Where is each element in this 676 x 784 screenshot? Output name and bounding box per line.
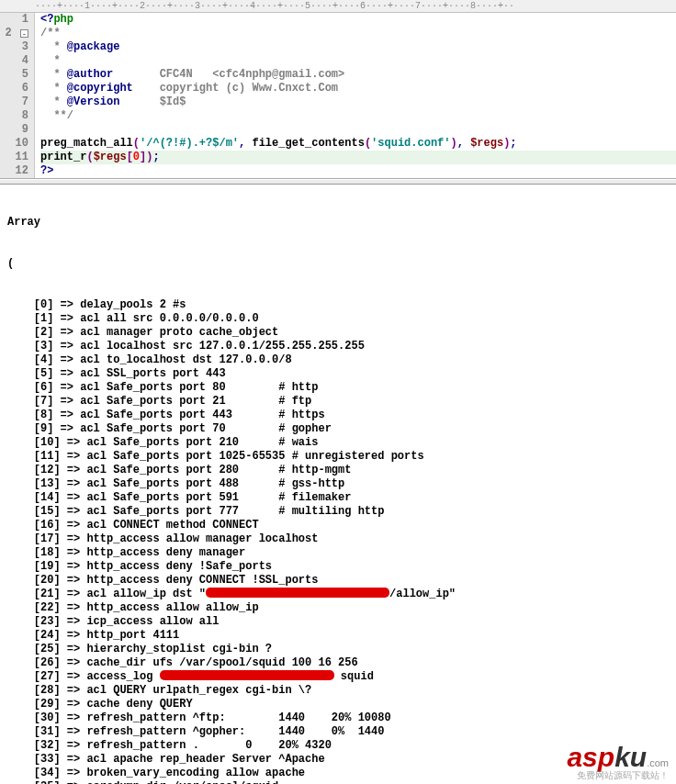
output-line: [24] => http_port 4111 [7, 629, 676, 643]
line-number: 5 [0, 68, 28, 82]
output-line: [0] => delay_pools 2 #s [7, 298, 676, 312]
line-number: 12 [0, 164, 28, 178]
output-line: [9] => acl Safe_ports port 70 # gopher [7, 422, 676, 436]
output-line: [3] => acl localhost src 127.0.0.1/255.2… [7, 340, 676, 353]
line-number-gutter: 12 -3456789101112 [0, 13, 35, 178]
line-number: 8 [0, 109, 28, 123]
code-line[interactable]: * [40, 54, 676, 68]
line-number: 9 [0, 123, 28, 137]
output-line: [10] => acl Safe_ports port 210 # wais [7, 436, 676, 450]
code-content[interactable]: <?php/** * @package * * @author CFC4N <c… [35, 13, 676, 178]
output-line: [35] => coredump_dir /var/spool/squid [7, 780, 676, 784]
line-number: 10 [0, 137, 28, 151]
column-ruler: ····+····1····+····2····+····3····+····4… [0, 0, 676, 13]
output-line: [22] => http_access allow allow_ip [7, 601, 676, 615]
output-line: [30] => refresh_pattern ^ftp: 1440 20% 1… [7, 711, 676, 725]
output-line: [15] => acl Safe_ports port 777 # multil… [7, 505, 676, 519]
redaction-bar [160, 670, 334, 680]
code-line[interactable]: * @Version $Id$ [40, 95, 676, 109]
output-line: [27] => access_log squid [7, 670, 676, 684]
output-panel: Array ( [0] => delay_pools 2 #s [1] => a… [0, 185, 676, 784]
line-number: 4 [0, 54, 28, 68]
output-line: [29] => cache deny QUERY [7, 698, 676, 711]
code-line[interactable] [40, 123, 676, 137]
code-line[interactable]: /** [40, 27, 676, 40]
code-editor[interactable]: 12 -3456789101112 <?php/** * @package * … [0, 13, 676, 179]
code-line[interactable]: <?php [40, 13, 676, 27]
redaction-bar [206, 588, 389, 598]
output-line: [19] => http_access deny !Safe_ports [7, 560, 676, 574]
output-line: [12] => acl Safe_ports port 280 # http-m… [7, 464, 676, 477]
output-line: [6] => acl Safe_ports port 80 # http [7, 381, 676, 395]
output-line: [25] => hierarchy_stoplist cgi-bin ? [7, 643, 676, 656]
line-number: 6 [0, 82, 28, 95]
output-line: [1] => acl all src 0.0.0.0/0.0.0.0 [7, 312, 676, 326]
output-line: [23] => icp_access allow all [7, 615, 676, 629]
output-line: [11] => acl Safe_ports port 1025-65535 #… [7, 450, 676, 464]
code-line[interactable]: * @package [40, 40, 676, 54]
output-line: [7] => acl Safe_ports port 21 # ftp [7, 395, 676, 409]
line-number: 2 - [0, 27, 28, 40]
output-line: [31] => refresh_pattern ^gopher: 1440 0%… [7, 725, 676, 739]
output-line: [2] => acl manager proto cache_object [7, 326, 676, 340]
output-line: [16] => acl CONNECT method CONNECT [7, 519, 676, 532]
line-number: 3 [0, 40, 28, 54]
line-number: 1 [0, 13, 28, 27]
watermark: aspku.com 免费网站源码下载站！ [567, 744, 669, 780]
code-line[interactable]: * @copyright copyright (c) Www.Cnxct.Com [40, 82, 676, 95]
output-line: [5] => acl SSL_ports port 443 [7, 367, 676, 381]
watermark-logo: aspku.com [567, 744, 669, 771]
output-line: Array [7, 216, 676, 230]
code-line[interactable]: print_r($regs[0]); [40, 151, 676, 164]
output-line: [17] => http_access allow manager localh… [7, 532, 676, 546]
output-line: [18] => http_access deny manager [7, 546, 676, 560]
code-line[interactable]: ?> [40, 164, 676, 178]
code-line[interactable]: * @author CFC4N <cfc4nphp@gmail.com> [40, 68, 676, 82]
output-line: [13] => acl Safe_ports port 488 # gss-ht… [7, 477, 676, 491]
code-line[interactable]: **/ [40, 109, 676, 123]
output-line: [20] => http_access deny CONNECT !SSL_po… [7, 574, 676, 588]
watermark-tagline: 免费网站源码下载站！ [567, 771, 669, 780]
output-line: [8] => acl Safe_ports port 443 # https [7, 409, 676, 422]
output-line: [26] => cache_dir ufs /var/spool/squid 1… [7, 656, 676, 670]
code-line[interactable]: preg_match_all('/^(?!#).+?$/m', file_get… [40, 137, 676, 151]
output-line: [21] => acl allow_ip dst "/allow_ip" [7, 588, 676, 601]
output-line: [28] => acl QUERY urlpath_regex cgi-bin … [7, 684, 676, 698]
output-line: [4] => acl to_localhost dst 127.0.0.0/8 [7, 353, 676, 367]
output-line: [14] => acl Safe_ports port 591 # filema… [7, 491, 676, 505]
fold-icon[interactable]: - [20, 29, 28, 38]
line-number: 11 [0, 151, 28, 164]
output-line: ( [7, 257, 676, 271]
line-number: 7 [0, 95, 28, 109]
